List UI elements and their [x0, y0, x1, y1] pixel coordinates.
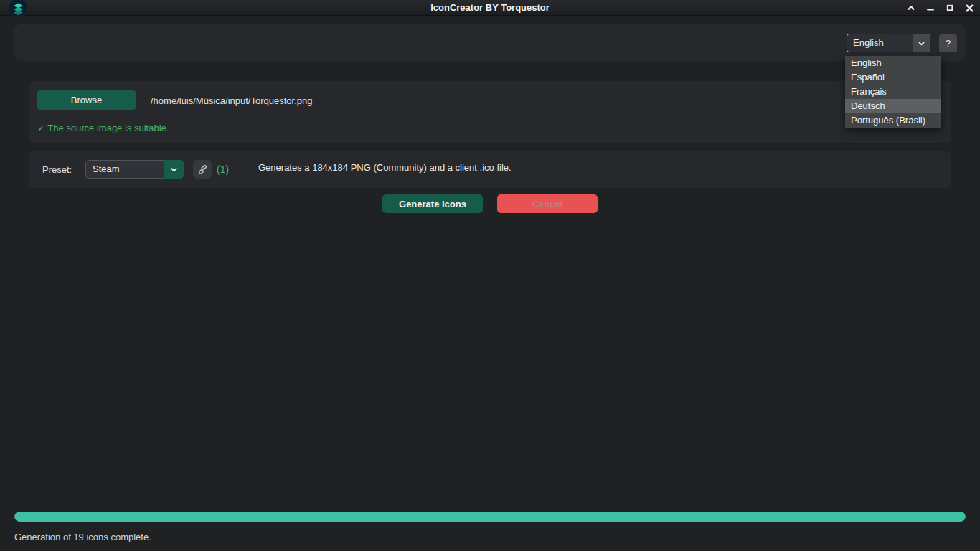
chevron-down-icon: [918, 39, 925, 47]
preset-count: (1): [217, 164, 229, 175]
link-icon: [197, 164, 208, 175]
status-text: Generation of 19 icons complete.: [14, 532, 151, 542]
chevron-up-icon: [907, 4, 915, 12]
language-menu-item-deutsch[interactable]: Deutsch: [845, 99, 941, 113]
preset-label: Preset:: [42, 164, 72, 175]
language-select[interactable]: English: [847, 34, 913, 52]
language-menu: English Español Français Deutsch Portugu…: [845, 56, 941, 128]
close-icon: [965, 4, 974, 13]
language-menu-item-portugues[interactable]: Português (Brasil): [845, 113, 941, 128]
generate-icons-button[interactable]: Generate Icons: [382, 194, 483, 213]
minimize-button[interactable]: [923, 0, 938, 16]
minimize-icon: [926, 4, 935, 12]
check-icon: ✓: [37, 123, 45, 133]
source-panel: [29, 81, 951, 143]
toolbar-panel: [14, 24, 966, 61]
source-status-text: The source image is suitable.: [47, 123, 169, 133]
language-dropdown-button[interactable]: [913, 34, 930, 52]
help-button[interactable]: ?: [939, 34, 957, 52]
maximize-button[interactable]: [942, 0, 958, 16]
preset-select[interactable]: Steam: [85, 160, 164, 179]
maximize-icon: [946, 4, 954, 12]
preset-description: Generates a 184x184 PNG (Community) and …: [258, 162, 512, 173]
shade-button[interactable]: [903, 0, 919, 16]
layers-icon: [11, 1, 25, 15]
preset-combobox: Steam: [85, 160, 184, 179]
progress-fill: [14, 512, 966, 522]
cancel-button[interactable]: Cancel: [497, 194, 598, 213]
language-menu-item-english[interactable]: English: [845, 56, 941, 70]
language-menu-item-francais[interactable]: Français: [845, 85, 941, 99]
close-button[interactable]: [961, 0, 977, 16]
titlebar: IconCreator BY Torquestor: [0, 0, 980, 16]
language-combobox: English: [847, 34, 930, 52]
app-window: IconCreator BY Torquestor: [0, 0, 980, 551]
source-path: /home/luis/Música/input/Torquestor.png: [151, 95, 312, 106]
preset-dropdown-button[interactable]: [164, 160, 184, 179]
progress-bar: [14, 512, 966, 522]
source-status-message: ✓ The source image is suitable.: [37, 123, 169, 133]
language-menu-item-espanol[interactable]: Español: [845, 70, 941, 85]
browse-button[interactable]: Browse: [37, 90, 136, 110]
preset-link-button[interactable]: [193, 160, 212, 179]
chevron-down-icon: [170, 166, 178, 174]
window-title: IconCreator BY Torquestor: [0, 0, 980, 16]
window-controls: [903, 0, 977, 16]
